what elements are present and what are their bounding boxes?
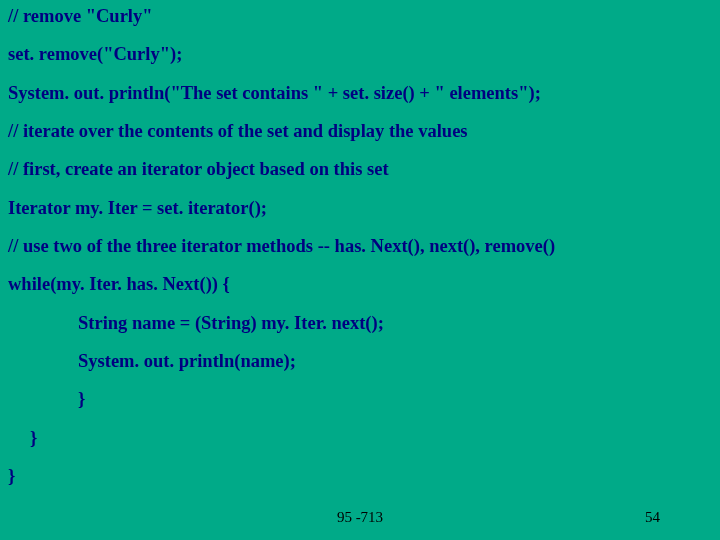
- code-line-12: }: [8, 428, 712, 448]
- code-line-1: // remove "Curly": [8, 6, 712, 26]
- code-line-5: // first, create an iterator object base…: [8, 159, 712, 179]
- code-line-9: String name = (String) my. Iter. next();: [8, 313, 712, 333]
- footer-center: 95 -713: [0, 509, 720, 526]
- slide: // remove "Curly" set. remove("Curly"); …: [0, 0, 720, 540]
- code-line-3: System. out. println("The set contains "…: [8, 83, 712, 103]
- code-line-8: while(my. Iter. has. Next()) {: [8, 274, 712, 294]
- code-line-7: // use two of the three iterator methods…: [8, 236, 712, 256]
- code-line-11: }: [8, 389, 712, 409]
- code-line-13: }: [8, 466, 712, 486]
- code-line-4: // iterate over the contents of the set …: [8, 121, 712, 141]
- footer-page-number: 54: [645, 509, 660, 526]
- code-line-2: set. remove("Curly");: [8, 44, 712, 64]
- code-line-6: Iterator my. Iter = set. iterator();: [8, 198, 712, 218]
- code-line-10: System. out. println(name);: [8, 351, 712, 371]
